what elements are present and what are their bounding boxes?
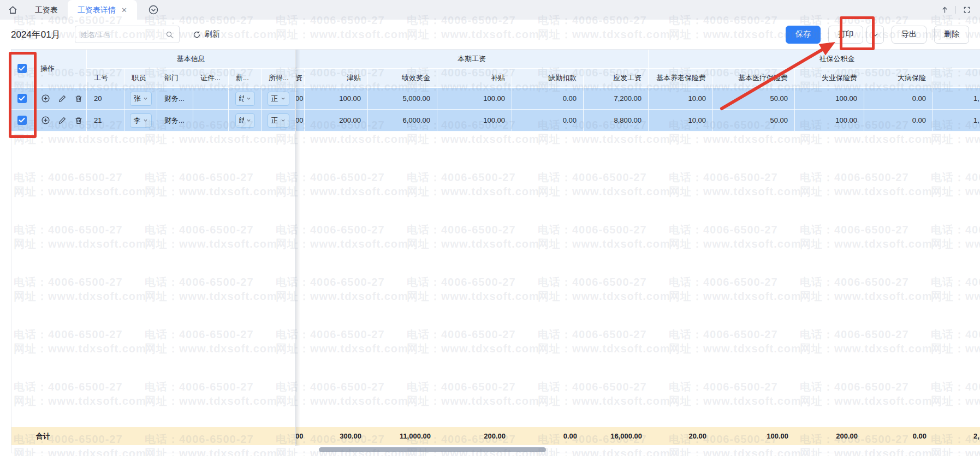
col-header-salary-type: 薪... bbox=[229, 69, 262, 88]
pencil-icon bbox=[58, 116, 67, 125]
col-header-cert: 证件... bbox=[193, 69, 229, 88]
cell-dept: 财务... bbox=[157, 88, 193, 110]
row-checkbox[interactable] bbox=[17, 94, 27, 103]
scroll-top-button[interactable] bbox=[938, 3, 951, 16]
cell-pension: 10.00 bbox=[649, 110, 713, 131]
horizontal-scrollbar[interactable] bbox=[11, 447, 980, 453]
save-button[interactable]: 保存 bbox=[786, 26, 821, 44]
salary-type-value: 结 bbox=[239, 116, 244, 125]
staff-select-value: 张 bbox=[134, 94, 141, 104]
cell-housing: 1, bbox=[933, 110, 980, 131]
chevron-down-icon bbox=[143, 96, 148, 101]
trash-icon bbox=[74, 94, 83, 103]
group-header-social-security: 社保公积金 bbox=[649, 50, 980, 69]
group-header-basic-info: 基本信息 bbox=[87, 50, 295, 69]
cell-pension: 10.00 bbox=[649, 88, 713, 110]
delete-row-button[interactable] bbox=[74, 116, 84, 125]
delete-row-button[interactable] bbox=[74, 94, 84, 104]
col-header-medical: 基本医疗保险费 bbox=[713, 69, 795, 88]
controls-divider bbox=[955, 6, 956, 14]
table-row: 21 李 财务... 结 正 00 200.00 6,000.00 100.00… bbox=[11, 110, 980, 131]
tax-type-select[interactable]: 正 bbox=[268, 113, 289, 128]
total-subsidy: 200.00 bbox=[437, 427, 512, 445]
cell-housing: 1, bbox=[933, 88, 980, 110]
cell-unemployment: 100.00 bbox=[795, 110, 864, 131]
search-box bbox=[75, 26, 180, 43]
cell-absence: 0.00 bbox=[512, 88, 584, 110]
salary-type-select[interactable]: 结 bbox=[235, 92, 255, 106]
tab-payroll-detail[interactable]: 工资表详情 ✕ bbox=[68, 0, 137, 20]
add-row-button[interactable] bbox=[40, 94, 50, 104]
total-medical: 100.00 bbox=[713, 427, 795, 445]
payroll-app-window: 工资表 工资表详情 ✕ 2024年01月 刷新 保存 bbox=[0, 0, 980, 456]
chevron-down-icon bbox=[143, 118, 148, 123]
cell-gross: 8,800.00 bbox=[584, 110, 649, 131]
refresh-button[interactable]: 刷新 bbox=[193, 29, 220, 39]
tab-close-icon[interactable]: ✕ bbox=[121, 7, 127, 14]
staff-select[interactable]: 李 bbox=[130, 113, 152, 128]
tax-type-value: 正 bbox=[271, 116, 278, 125]
total-label: 合计 bbox=[11, 427, 87, 445]
cell-allowance: 100.00 bbox=[305, 88, 368, 110]
cell-gross: 7,200.00 bbox=[584, 88, 649, 110]
tab-payroll[interactable]: 工资表 bbox=[25, 0, 68, 20]
tab-bar: 工资表 工资表详情 ✕ bbox=[0, 0, 980, 20]
chevron-down-icon bbox=[246, 96, 251, 101]
cell-emp-no: 20 bbox=[87, 88, 124, 110]
select-all-header bbox=[11, 50, 33, 88]
total-absence: 0.00 bbox=[512, 427, 584, 445]
cell-unemployment: 100.00 bbox=[795, 88, 864, 110]
chevron-down-icon bbox=[246, 118, 251, 123]
cell-base-partial: 00 bbox=[295, 110, 305, 131]
total-unemployment: 200.00 bbox=[795, 427, 864, 445]
col-header-illness: 大病保险 bbox=[864, 69, 933, 88]
table-row: 20 张 财务... 结 正 00 100.00 5,000.00 100.00… bbox=[11, 88, 980, 110]
total-row: 合计 00 300.00 11,000.00 200.00 0.00 16,00… bbox=[11, 427, 980, 445]
scrollbar-thumb[interactable] bbox=[319, 447, 546, 452]
print-button[interactable]: 打印 bbox=[828, 26, 863, 44]
total-pension: 20.00 bbox=[649, 427, 713, 445]
cell-subsidy: 100.00 bbox=[437, 110, 512, 131]
edit-row-button[interactable] bbox=[57, 94, 67, 104]
check-icon bbox=[19, 117, 25, 123]
plus-circle-icon bbox=[41, 116, 50, 125]
col-header-absence: 缺勤扣款 bbox=[512, 69, 584, 88]
cell-absence: 0.00 bbox=[512, 110, 584, 131]
cell-allowance: 200.00 bbox=[305, 110, 368, 131]
home-icon bbox=[8, 5, 17, 15]
toolbar-actions: 保存 打印 导出 删除 bbox=[786, 26, 969, 44]
cell-illness: 0.00 bbox=[864, 88, 933, 110]
window-controls bbox=[938, 3, 980, 16]
row-checkbox[interactable] bbox=[17, 116, 27, 125]
refresh-label: 刷新 bbox=[205, 29, 220, 39]
search-input[interactable] bbox=[81, 31, 165, 39]
tab-list-button[interactable] bbox=[148, 4, 159, 15]
cell-medical: 50.00 bbox=[713, 110, 795, 131]
payroll-grid: 操作 基本信息 本期工资 社保公积金 工号 职员 部门 证件... 薪... 所… bbox=[11, 49, 980, 453]
toolbar: 2024年01月 刷新 保存 打印 导出 删除 bbox=[0, 20, 980, 49]
total-perf-bonus: 11,000.00 bbox=[368, 427, 437, 445]
export-button[interactable]: 导出 bbox=[892, 26, 926, 44]
col-header-housing: 住房 bbox=[933, 69, 980, 88]
edit-row-button[interactable] bbox=[57, 116, 67, 125]
total-gross: 16,000.00 bbox=[584, 427, 649, 445]
print-dropdown-button[interactable] bbox=[866, 26, 884, 44]
pencil-icon bbox=[58, 94, 67, 103]
total-base-partial: 00 bbox=[295, 427, 305, 445]
tab-payroll-detail-label: 工资表详情 bbox=[78, 0, 116, 20]
home-button[interactable] bbox=[0, 0, 25, 20]
select-all-checkbox[interactable] bbox=[17, 64, 27, 73]
salary-type-select[interactable]: 结 bbox=[235, 113, 255, 128]
col-header-gross: 应发工资 bbox=[584, 69, 649, 88]
refresh-icon bbox=[193, 31, 201, 39]
staff-select-value: 李 bbox=[134, 116, 141, 125]
search-icon[interactable] bbox=[165, 31, 174, 39]
cell-emp-no: 21 bbox=[87, 110, 124, 131]
tax-type-select[interactable]: 正 bbox=[268, 92, 289, 106]
delete-button[interactable]: 删除 bbox=[934, 26, 969, 44]
col-header-operations: 操作 bbox=[33, 50, 87, 88]
add-row-button[interactable] bbox=[40, 116, 50, 125]
up-arrow-icon bbox=[941, 6, 949, 14]
staff-select[interactable]: 张 bbox=[130, 92, 152, 106]
fullscreen-button[interactable] bbox=[960, 3, 973, 16]
